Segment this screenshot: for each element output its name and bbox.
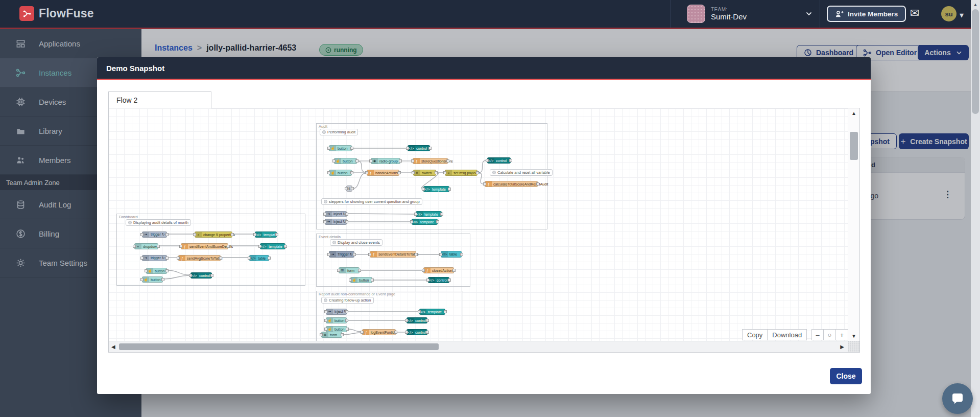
code-node-icon: </> [412,219,419,224]
flow-node-label: logEventFuntion [369,330,399,335]
flow-node-trigger-: ⇥trigger ↻ [142,255,167,261]
flow-node-label: form [328,332,339,337]
flow-node-button: ☝button [350,277,372,283]
page-scrollbar[interactable]: ▲ [971,0,980,417]
flow-node-label: button [336,146,349,151]
horizontal-scroll-thumb[interactable] [119,343,439,350]
zoom-reset-button[interactable]: ○ [824,329,836,340]
copy-button[interactable]: Copy [742,329,768,340]
brand-name: FlowFuse [39,7,94,20]
code-node-icon: </> [424,187,431,192]
close-button[interactable]: Close [830,368,862,384]
flow-node-calculatetotalscoreandresetaudit: ƒcalculateTotalScoreAndResetAudit [485,181,538,187]
flow-node-label: handleActions [374,170,400,175]
scroll-up-icon[interactable]: ▲ [851,111,856,116]
code-node-icon: </> [416,212,423,217]
flow-node-label: closedAction [431,268,455,273]
flow-node-label: template [267,244,284,249]
page-scroll-thumb[interactable] [972,9,979,114]
flow-node-control: </>control [428,277,449,283]
tab-flow-2[interactable]: Flow 2 [108,91,211,108]
flow-node-template: </>template [260,243,285,249]
brand[interactable]: FlowFuse [19,6,94,21]
inject-node-icon: ⇥ [325,219,332,224]
flow-comment-label: Performing audit [327,130,355,134]
user-chevron-down-icon[interactable]: ▾ [960,10,964,20]
flow-node-storequestionscore: ƒstoreQuestionScore [413,158,448,164]
team-selector[interactable]: TEAM: Sumit-Dev [687,5,812,23]
flow-node-control: </>control [408,145,430,151]
flow-node-label: table [448,251,459,257]
link-node-icon: $ [347,186,352,191]
scrollbar-corner-grip [848,341,859,352]
team-avatar [687,5,705,23]
code-node-icon: </> [488,158,494,163]
mail-icon[interactable]: ✉ [910,7,919,20]
flow-group-label: Report audit non-conformance or Event pa… [319,292,395,296]
flow-node-switch: ⋔switch [413,170,436,176]
chat-widget-button[interactable] [942,383,973,414]
team-name: Sumit-Dev [711,12,747,21]
flow-node-label: button [336,170,349,175]
x-node-icon: × [445,170,452,175]
flow-node-set-msg-payload: ×set msg.payload [445,170,477,176]
invite-members-button[interactable]: Invite Members [827,6,906,22]
scroll-right-icon[interactable]: ▶ [840,344,844,350]
flow-node-handleactions: ƒhandleActions [367,170,399,176]
code-node-icon: </> [407,330,414,335]
flow-node-label: control [494,158,509,163]
user-avatar[interactable]: su [941,6,957,21]
flow-node-label: button [357,277,371,283]
flow-node-label: inject ↻ [333,309,349,314]
flow-canvas-container: AuditDashboardEvent detailsReport audit … [108,108,860,353]
flow-comment-node: Calculate and reset all variable [490,169,553,176]
flow-node-control: </>control [407,329,427,335]
download-button[interactable]: Download [768,329,807,340]
comment-dot-icon [324,200,327,203]
inject-node-icon: ⇥ [325,212,332,217]
canvas-horizontal-scrollbar[interactable]: ◀ ▶ [109,341,848,352]
flow-node-inject-: ⇥inject ↻ [325,219,347,225]
canvas-vertical-scrollbar[interactable]: ▲ ▼ [848,108,859,341]
flow-comment-node: Creating follow-up action [321,297,374,304]
inject-node-icon: ⇥ [142,256,149,261]
flow-comment-label: Creating follow-up action [329,298,371,303]
sw-node-icon: ⋔ [414,170,420,175]
code-node-icon: </> [255,232,262,237]
scroll-left-icon[interactable]: ◀ [111,344,115,350]
flow-node-inject-: ⇥inject ↻ [326,309,347,315]
flow-node-inject-: ⇥inject ↻ [325,211,347,217]
copy-download-group: Copy Download [742,329,807,340]
flow-group-label: Dashboard [119,215,138,219]
flow-node-change-5-properties: ×change 5 properties [195,231,232,238]
flow-node-sendeventdetailstotable: ƒsendEventDetailsToTable [370,251,416,258]
navbar-divider [671,0,671,28]
flow-node-trigger-: ⇥trigger ↻ [142,231,167,238]
fn-node-icon: ƒ [363,330,369,335]
flow-node-label: control [435,277,449,283]
flow-node-label: set msg.payload [452,170,482,175]
vertical-scroll-thumb[interactable] [850,132,858,160]
scroll-down-icon[interactable]: ▼ [851,334,856,339]
hand-node-icon: ☝ [329,146,336,151]
modal-title: Demo Snapshot [97,57,871,79]
fn-node-icon: ƒ [370,251,377,257]
flow-node-label: button [153,268,166,273]
flow-node-button: ☝button [329,145,352,151]
flow-node-link: $ [346,186,352,192]
flow-canvas[interactable]: AuditDashboardEvent detailsReport audit … [109,108,848,341]
invite-members-label: Invite Members [848,10,898,18]
flow-node-label: button [149,277,162,282]
flow-node-button: ☝button [329,170,352,176]
flow-comment-node: Display and close events [330,239,383,246]
hand-node-icon: ☝ [147,268,153,273]
flow-node-button: ☝button [326,317,347,323]
flow-node-label: template [431,187,448,192]
page-scroll-up-icon[interactable]: ▲ [971,0,980,9]
hand-node-icon: ☝ [351,277,357,283]
zoom-in-button[interactable]: + [836,329,848,340]
comment-dot-icon [322,130,326,134]
flow-node-label: trigger ↻ [149,256,167,261]
flow-node-label: change 5 properties [202,232,237,237]
zoom-out-button[interactable]: – [811,329,824,340]
